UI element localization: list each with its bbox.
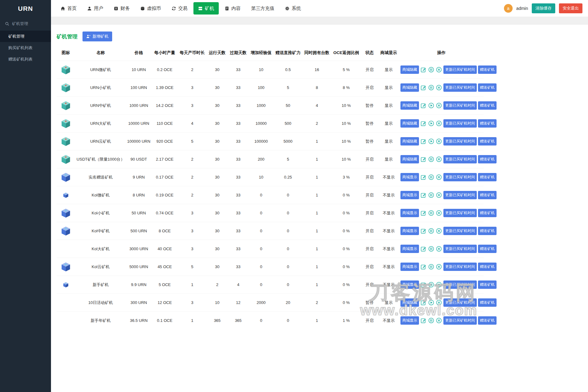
- delete-icon[interactable]: [436, 192, 442, 198]
- gift-miner-button[interactable]: 赠送矿机: [478, 65, 497, 74]
- update-bought-time-button[interactable]: 更新已买矿机时间: [443, 298, 477, 307]
- delete-icon[interactable]: [436, 228, 442, 234]
- nav-item-miner[interactable]: 矿机: [193, 2, 219, 15]
- shop-toggle-button[interactable]: 商城显示: [400, 209, 419, 217]
- delete-icon[interactable]: [436, 264, 442, 270]
- sidebar-search[interactable]: 矿机管理: [0, 17, 51, 31]
- nav-item-content[interactable]: 内容: [220, 2, 245, 15]
- edit-icon[interactable]: [421, 103, 426, 108]
- play-icon[interactable]: [428, 300, 434, 306]
- clear-cache-button[interactable]: 清除缓存: [532, 3, 555, 13]
- add-miner-button[interactable]: 新增矿机: [82, 32, 112, 41]
- edit-icon[interactable]: [421, 192, 426, 198]
- edit-icon[interactable]: [421, 318, 426, 323]
- update-bought-time-button[interactable]: 更新已买矿机时间: [443, 173, 477, 181]
- update-bought-time-button[interactable]: 更新已买矿机时间: [443, 101, 477, 110]
- shop-toggle-button[interactable]: 商城隐藏: [400, 65, 419, 74]
- edit-icon[interactable]: [421, 174, 426, 180]
- nav-item-user[interactable]: 用户: [82, 2, 108, 15]
- gift-miner-button[interactable]: 赠送矿机: [478, 83, 497, 92]
- pause-icon[interactable]: [428, 192, 434, 198]
- gift-miner-button[interactable]: 赠送矿机: [478, 209, 497, 217]
- delete-icon[interactable]: [436, 246, 442, 252]
- shop-toggle-button[interactable]: 商城隐藏: [400, 137, 419, 145]
- delete-icon[interactable]: [436, 120, 442, 126]
- shop-toggle-button[interactable]: 商城隐藏: [400, 155, 419, 163]
- update-bought-time-button[interactable]: 更新已买矿机时间: [443, 209, 477, 217]
- update-bought-time-button[interactable]: 更新已买矿机时间: [443, 316, 477, 325]
- logout-button[interactable]: 安全退出: [559, 3, 582, 13]
- delete-icon[interactable]: [436, 138, 442, 144]
- update-bought-time-button[interactable]: 更新已买矿机时间: [443, 191, 477, 199]
- pause-icon[interactable]: [428, 210, 434, 216]
- edit-icon[interactable]: [421, 264, 426, 270]
- update-bought-time-button[interactable]: 更新已买矿机时间: [443, 227, 477, 235]
- gift-miner-button[interactable]: 赠送矿机: [478, 263, 497, 271]
- gift-miner-button[interactable]: 赠送矿机: [478, 191, 497, 199]
- update-bought-time-button[interactable]: 更新已买矿机时间: [443, 245, 477, 253]
- edit-icon[interactable]: [421, 120, 426, 126]
- shop-toggle-button[interactable]: 商城显示: [400, 245, 419, 253]
- update-bought-time-button[interactable]: 更新已买矿机时间: [443, 119, 477, 128]
- update-bought-time-button[interactable]: 更新已买矿机时间: [443, 137, 477, 145]
- shop-toggle-button[interactable]: 商城隐藏: [400, 119, 419, 128]
- shop-toggle-button[interactable]: 商城显示: [400, 280, 419, 289]
- edit-icon[interactable]: [421, 300, 426, 306]
- delete-icon[interactable]: [436, 67, 442, 73]
- sidebar-item-buy-miner-list[interactable]: 购买矿机列表: [0, 42, 51, 53]
- gift-miner-button[interactable]: 赠送矿机: [478, 137, 497, 145]
- gift-miner-button[interactable]: 赠送矿机: [478, 227, 497, 235]
- delete-icon[interactable]: [436, 282, 442, 288]
- delete-icon[interactable]: [436, 85, 442, 91]
- pause-icon[interactable]: [428, 156, 434, 162]
- update-bought-time-button[interactable]: 更新已买矿机时间: [443, 65, 477, 74]
- pause-icon[interactable]: [428, 67, 434, 73]
- pause-icon[interactable]: [428, 318, 434, 323]
- gift-miner-button[interactable]: 赠送矿机: [478, 119, 497, 128]
- nav-item-system[interactable]: 系统: [280, 2, 306, 15]
- delete-icon[interactable]: [436, 210, 442, 216]
- play-icon[interactable]: [428, 120, 434, 126]
- shop-toggle-button[interactable]: 商城显示: [400, 316, 419, 325]
- gift-miner-button[interactable]: 赠送矿机: [478, 155, 497, 163]
- nav-item-finance[interactable]: 财务: [109, 2, 134, 15]
- play-icon[interactable]: [428, 103, 434, 108]
- edit-icon[interactable]: [421, 246, 426, 252]
- shop-toggle-button[interactable]: 商城显示: [400, 227, 419, 235]
- delete-icon[interactable]: [436, 103, 442, 108]
- play-icon[interactable]: [428, 138, 434, 144]
- delete-icon[interactable]: [436, 318, 442, 323]
- avatar[interactable]: a: [504, 4, 513, 13]
- update-bought-time-button[interactable]: 更新已买矿机时间: [443, 263, 477, 271]
- pause-icon[interactable]: [428, 85, 434, 91]
- gift-miner-button[interactable]: 赠送矿机: [478, 245, 497, 253]
- nav-item-home[interactable]: 首页: [56, 2, 81, 15]
- edit-icon[interactable]: [421, 282, 426, 288]
- edit-icon[interactable]: [421, 85, 426, 91]
- shop-toggle-button[interactable]: 商城隐藏: [400, 298, 419, 307]
- sidebar-item-miner-manage[interactable]: 矿机管理: [0, 31, 51, 42]
- shop-toggle-button[interactable]: 商城显示: [400, 173, 419, 181]
- update-bought-time-button[interactable]: 更新已买矿机时间: [443, 280, 477, 289]
- pause-icon[interactable]: [428, 246, 434, 252]
- nav-item-recharge[interactable]: 第三方充值: [247, 2, 279, 15]
- gift-miner-button[interactable]: 赠送矿机: [478, 280, 497, 289]
- shop-toggle-button[interactable]: 商城显示: [400, 263, 419, 271]
- pause-icon[interactable]: [428, 282, 434, 288]
- shop-toggle-button[interactable]: 商城显示: [400, 191, 419, 199]
- gift-miner-button[interactable]: 赠送矿机: [478, 101, 497, 110]
- delete-icon[interactable]: [436, 300, 442, 306]
- shop-toggle-button[interactable]: 商城隐藏: [400, 101, 419, 110]
- delete-icon[interactable]: [436, 156, 442, 162]
- pause-icon[interactable]: [428, 174, 434, 180]
- shop-toggle-button[interactable]: 商城隐藏: [400, 83, 419, 92]
- edit-icon[interactable]: [421, 156, 426, 162]
- edit-icon[interactable]: [421, 138, 426, 144]
- edit-icon[interactable]: [421, 210, 426, 216]
- username[interactable]: admin: [516, 6, 528, 11]
- nav-item-trade[interactable]: 交易: [167, 2, 192, 15]
- gift-miner-button[interactable]: 赠送矿机: [478, 298, 497, 307]
- pause-icon[interactable]: [428, 228, 434, 234]
- pause-icon[interactable]: [428, 264, 434, 270]
- delete-icon[interactable]: [436, 174, 442, 180]
